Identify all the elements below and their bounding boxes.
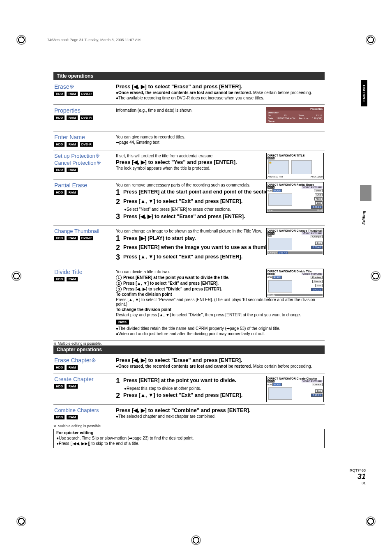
badge-hdd: HDD: [54, 142, 65, 147]
language-tab: ENGLISH: [361, 80, 367, 106]
registration-mark-icon: [371, 271, 380, 281]
step-number: 3: [116, 212, 123, 221]
erase-warning-tail: Make certain before proceeding.: [252, 90, 312, 95]
play-indicator: PLAY: [272, 276, 282, 279]
badge-hdd: HDD: [54, 415, 65, 419]
divide-note1: ●The divided titles retain the title nam…: [116, 326, 323, 331]
protection-row: Set up Protection※ Cancel Protection※ HD…: [53, 150, 325, 180]
note-label: Note: [116, 320, 129, 325]
step-number: 2: [116, 391, 123, 400]
badge-ram: RAM: [67, 384, 77, 389]
divide-change-heading: To change the division point: [116, 307, 323, 312]
badge-ram: RAM: [67, 142, 77, 147]
properties-dialog: Properties Dinosaur No.25Time12:19 Date1…: [266, 107, 324, 123]
prop-rec-label: Rec time: [299, 117, 309, 120]
badge-dvdr: DVD-R: [80, 92, 93, 96]
registration-mark-icon: [366, 35, 376, 45]
dialog-hdd-label: HDD: [267, 157, 274, 159]
protection-dialog: DIRECT NAVIGATOR TITLE HDD 🔒 ARD 8/10 FR…: [266, 153, 324, 179]
bar-start-label: Start: [268, 209, 274, 212]
erase-chapter-instruction: Press [◀, ▶] to select "Erase" and press…: [116, 357, 323, 363]
dialog-track: 008: [267, 276, 272, 279]
divide-title-dialog: DIRECT NAVIGATOR Divide Title HDD VIDEO …: [266, 269, 324, 297]
erase-chapter-row: Erase Chapter※ HDD RAM Press [◀, ▶] to s…: [53, 355, 325, 373]
quicker-editing-box: For quicker editing ●Use search, Time Sl…: [53, 429, 325, 448]
change-thumbnail-dialog: DIRECT NAVIGATOR Change Thumbnail HDD VI…: [266, 228, 324, 255]
erase-instruction: Press [◀, ▶] to select "Erase" and press…: [116, 83, 323, 90]
thumbnail-with-lock-icon: 🔒: [268, 160, 289, 174]
multiple-editing-note: ※ Multiple editing is possible.: [53, 341, 325, 345]
title-operations-header: Title operations: [53, 72, 325, 80]
multiple-editing-note-2: ※ Multiple editing is possible.: [53, 424, 325, 428]
dialog-date: ARD 8/10 FRI: [267, 175, 283, 178]
enter-name-ref: ➡page 44, Entering text: [116, 140, 323, 145]
badge-hdd: HDD: [54, 190, 65, 195]
start-button: Start: [314, 189, 323, 192]
step-number: 3: [116, 253, 123, 262]
properties-row: Properties HDD RAM DVD-R Information (e.…: [53, 105, 325, 131]
registration-mark-icon: [16, 35, 26, 45]
dialog-track: 008: [267, 235, 311, 237]
divide-change-text: Restart play and press [▲, ▼] to select …: [116, 313, 323, 317]
properties-name: Dinosaur: [268, 111, 322, 114]
partial-erase-row: Partial Erase HDD RAM You can remove unn…: [53, 180, 325, 226]
prop-time-val: 12:19: [316, 114, 322, 117]
cancel-protection-title: Cancel Protection※: [54, 160, 112, 166]
step-number: 2: [116, 198, 123, 206]
enter-name-text: You can give names to recorded titles.: [116, 135, 323, 139]
create-chapter-dialog: DIRECT NAVIGATOR Create Chapter HDD VIDE…: [266, 376, 324, 402]
partial-erase-step3: Press [◀, ▶] to select "Erase" and press…: [123, 212, 323, 219]
erase-chapter-warning: ●Once erased, the recorded contents are …: [116, 364, 252, 368]
exit-button: Exit: [315, 242, 323, 245]
setup-protection-title: Set up Protection※: [54, 153, 112, 159]
quicker-editing-line2: ●Press [|◀◀, ▶▶|] to skip to the end of …: [56, 441, 322, 446]
badge-hdd: HDD: [54, 92, 65, 96]
create-chapter-title: Create Chapter: [54, 376, 112, 382]
preview-button: Preview: [311, 276, 323, 279]
page-number-small: 31: [350, 481, 366, 485]
change-thumbnail-row: Change Thumbnail HDD RAM DVD-R You can c…: [53, 226, 325, 266]
erase-chapter-warning-tail: Make certain before proceeding.: [252, 364, 312, 368]
prop-date-val: 12/10/2004 MON: [277, 117, 295, 120]
badge-hdd: HDD: [54, 115, 65, 120]
divide-bar-label: Divide: [267, 294, 323, 296]
divide-title-row: Divide Title HDD RAM You can divide a ti…: [53, 266, 325, 341]
create-chapter-row: Create Chapter HDD RAM 1Press [ENTER] at…: [53, 373, 325, 405]
change-button: Change: [311, 235, 323, 238]
bar-end-label: End: [317, 209, 322, 212]
quicker-editing-heading: For quicker editing: [56, 431, 322, 435]
divide-title-title: Divide Title: [54, 269, 112, 275]
prop-rec-val: 0:30 (SP): [312, 117, 322, 120]
prop-time-label: Time: [299, 114, 304, 117]
registration-mark-icon: [366, 516, 376, 526]
change-bar-time: 1:05.43: [278, 251, 288, 254]
doc-code: RQT7463: [350, 468, 366, 472]
badge-ram: RAM: [67, 168, 77, 172]
time-display: 0:00.45: [311, 246, 323, 249]
registration-mark-icon: [16, 516, 26, 526]
badge-ram: RAM: [67, 415, 77, 419]
thumbnail-icon: [291, 160, 312, 174]
change-bar-label: Change: [268, 251, 277, 254]
combine-note: ●The selected chapter and next chapter a…: [116, 414, 323, 419]
badge-ram: RAM: [67, 92, 77, 96]
step-number: 2: [116, 244, 123, 252]
step-number: 1: [116, 377, 123, 385]
dialog-title: DIRECT NAVIGATOR TITLE: [267, 154, 323, 157]
partial-erase-dialog: DIRECT NAVIGATOR Partial Erase HDD VIDEO…: [266, 182, 324, 213]
quicker-editing-line1: ●Use search, Time Slip or slow-motion (➡…: [56, 436, 322, 440]
exit-button: Exit: [315, 284, 323, 287]
partial-erase-title: Partial Erase: [54, 182, 112, 189]
properties-title: Properties: [54, 107, 112, 114]
next-button: Next: [314, 197, 323, 200]
registration-mark-icon: [12, 271, 21, 281]
combine-chapters-title: Combine Chapters: [54, 407, 112, 413]
badge-ram: RAM: [67, 115, 77, 120]
thumbnail-icon: [268, 193, 292, 206]
divide-confirm-text: Press [▲, ▼] to select "Preview" and pre…: [116, 297, 323, 306]
erase-row: Erase※ HDD RAM DVD-R Press [◀, ▶] to sel…: [53, 81, 325, 105]
step-number: 1: [116, 188, 123, 197]
exit-button: Exit: [315, 389, 323, 393]
dialog-title: DIRECT NAVIGATOR Create Chapter: [267, 377, 323, 380]
section-tab: Editing: [360, 207, 367, 228]
